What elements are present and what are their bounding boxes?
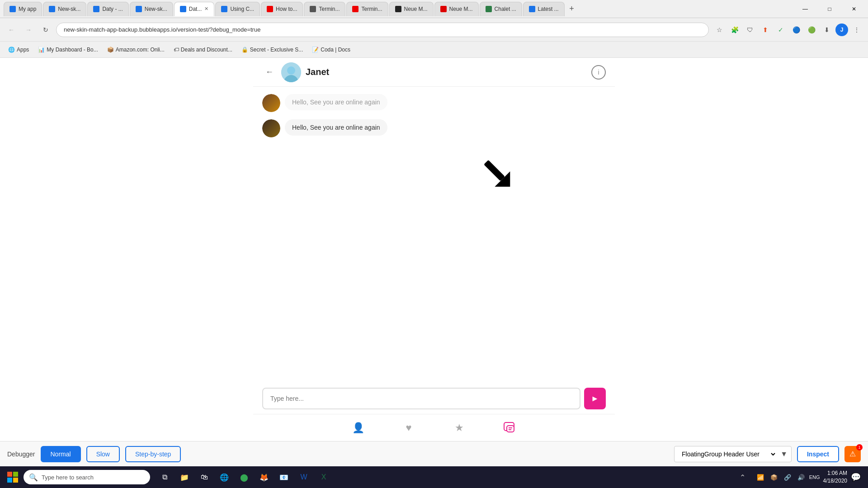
chat-name: Janet	[306, 67, 329, 77]
bookmark-secret[interactable]: 🔒 Secret - Exclusive S...	[238, 45, 307, 55]
tab-label-termin1: Termin...	[319, 6, 340, 12]
browser-frame: My app New-sk... Daty - ... New-sk... Da…	[0, 0, 868, 488]
send-button[interactable]: ►	[584, 388, 606, 409]
tab-termin1[interactable]: Termin...	[304, 2, 345, 16]
tab-label-newsk2: New-sk...	[145, 6, 167, 12]
tab-usingc[interactable]: Using C...	[215, 2, 260, 16]
tab-termin2[interactable]: Termin...	[346, 2, 388, 16]
chat-avatar	[281, 62, 301, 82]
clock-date: 4/18/2020	[823, 477, 847, 485]
svg-rect-6	[507, 426, 514, 432]
tab-newsk1[interactable]: New-sk...	[43, 2, 86, 16]
tab-howto[interactable]: How to...	[261, 2, 303, 16]
tab-dat-active[interactable]: Dat... ✕	[174, 2, 215, 16]
taskbar-search-icon: 🔍	[29, 473, 38, 482]
maximize-button[interactable]: □	[819, 2, 840, 16]
new-tab-button[interactable]: +	[566, 3, 578, 15]
debug-normal-button[interactable]: Normal	[41, 446, 81, 462]
debug-slow-button[interactable]: Slow	[86, 446, 120, 462]
close-button[interactable]: ✕	[844, 2, 864, 16]
tab-favicon-myapp	[9, 6, 16, 12]
nav-profile-icon[interactable]: 👤	[351, 421, 365, 435]
network-icon[interactable]: 🔗	[783, 472, 793, 482]
tab-daty[interactable]: Daty - ...	[87, 2, 128, 16]
extension-icon-5[interactable]: 🔵	[789, 23, 803, 37]
debug-step-button[interactable]: Step-by-step	[125, 446, 181, 462]
back-chat-button[interactable]: ←	[262, 65, 277, 80]
warning-badge[interactable]: ⚠ 1	[844, 446, 861, 462]
tab-myapp[interactable]: My app	[4, 2, 42, 16]
word-icon[interactable]: W	[295, 468, 313, 486]
bookmark-amazon[interactable]: 📦 Amazon.com: Onli...	[104, 45, 168, 55]
tab-latest[interactable]: Latest ...	[523, 2, 565, 16]
tab-favicon-neuem1	[395, 6, 401, 12]
minimize-button[interactable]: —	[795, 2, 816, 16]
warning-count: 1	[856, 444, 863, 450]
tab-neuem1[interactable]: Neue M...	[389, 2, 434, 16]
send-icon: ►	[591, 394, 599, 404]
store-icon[interactable]: 🛍	[195, 468, 213, 486]
message-avatar-2	[262, 119, 280, 137]
message-avatar-1	[262, 94, 280, 112]
lang-label: ENG	[810, 472, 820, 482]
notifications-icon[interactable]: 💬	[851, 472, 861, 482]
extension-icon-3[interactable]: ⬆	[759, 23, 772, 37]
svg-point-1	[287, 66, 295, 75]
file-explorer-icon[interactable]: 📁	[175, 468, 193, 486]
nav-chat-icon[interactable]	[503, 421, 517, 435]
bookmark-deals-icon: 🏷	[174, 47, 179, 53]
debug-select[interactable]: FloatingGroup Header User	[675, 450, 777, 458]
tab-favicon-neuem2	[440, 6, 447, 12]
inspect-button[interactable]: Inspect	[797, 446, 839, 462]
nav-star-icon[interactable]: ★	[452, 421, 467, 435]
forward-button[interactable]: →	[22, 23, 35, 37]
tab-close-icon[interactable]: ✕	[204, 6, 208, 12]
profile-avatar[interactable]: J	[835, 23, 848, 36]
outlook-icon[interactable]: 📧	[275, 468, 293, 486]
extension-icon-6[interactable]: 🟢	[805, 23, 818, 37]
bookmark-dashboard[interactable]: 📊 My Dashboard - Bo...	[34, 45, 101, 55]
message-input[interactable]	[262, 388, 580, 409]
tab-newsk2[interactable]: New-sk...	[130, 2, 173, 16]
excel-icon[interactable]: X	[315, 468, 333, 486]
extension-icon-2[interactable]: 🛡	[743, 23, 757, 37]
tab-neuem2[interactable]: Neue M...	[434, 2, 479, 16]
reload-button[interactable]: ↻	[39, 23, 52, 37]
bookmark-dashboard-label: My Dashboard - Bo...	[47, 47, 98, 53]
bookmark-deals[interactable]: 🏷 Deals and Discount...	[170, 45, 236, 55]
edge-icon[interactable]: 🌐	[215, 468, 233, 486]
bookmark-coda[interactable]: 📝 Coda | Docs	[308, 45, 354, 55]
message-row: Hello, See you are online again	[262, 94, 606, 112]
extension-icon-7[interactable]: ⬇	[820, 23, 834, 37]
message-text-1: Hello, See you are online again	[292, 99, 380, 106]
tab-favicon-newsk2	[136, 6, 142, 12]
extension-icon-1[interactable]: 🧩	[728, 23, 741, 37]
volume-icon[interactable]: 🔊	[796, 472, 806, 482]
address-input[interactable]: new-skin-match-app-backup.bubbleapps.io/…	[56, 23, 709, 37]
back-button[interactable]: ←	[5, 23, 18, 37]
chat-container: ← Janet i	[0, 58, 868, 441]
dropbox-icon[interactable]: 📦	[769, 472, 779, 482]
toolbar-icons: ☆ 🧩 🛡 ⬆ ✓ 🔵 🟢 ⬇ J ⋮	[712, 23, 863, 37]
bookmark-apps[interactable]: 🌐 Apps	[5, 45, 33, 55]
start-button[interactable]	[4, 468, 22, 486]
extension-icon-4[interactable]: ✓	[774, 23, 788, 37]
tab-favicon-howto	[267, 6, 273, 12]
bookmark-coda-label: Coda | Docs	[321, 47, 350, 53]
info-button[interactable]: i	[591, 65, 606, 80]
chrome-icon[interactable]: ⬤	[235, 468, 253, 486]
bookmark-star-icon[interactable]: ☆	[712, 23, 726, 37]
tab-favicon-newsk1	[49, 6, 55, 12]
settings-icon[interactable]: ⋮	[850, 23, 863, 37]
messages-area: Hello, See you are online again Hello, S…	[253, 87, 615, 383]
tab-label-usingc: Using C...	[230, 6, 254, 12]
firefox-icon[interactable]: 🦊	[255, 468, 273, 486]
wifi-icon[interactable]: 📶	[755, 472, 765, 482]
chevron-up-icon[interactable]: ⌃	[734, 468, 752, 486]
task-view-icon[interactable]: ⧉	[156, 468, 174, 486]
system-clock[interactable]: 1:06 AM 4/18/2020	[823, 469, 847, 485]
nav-heart-icon[interactable]: ♥	[401, 421, 416, 435]
tab-chalet[interactable]: Chalet ...	[480, 2, 522, 16]
taskbar-search[interactable]: 🔍 Type here to search	[24, 470, 150, 484]
address-text: new-skin-match-app-backup.bubbleapps.io/…	[64, 26, 260, 33]
